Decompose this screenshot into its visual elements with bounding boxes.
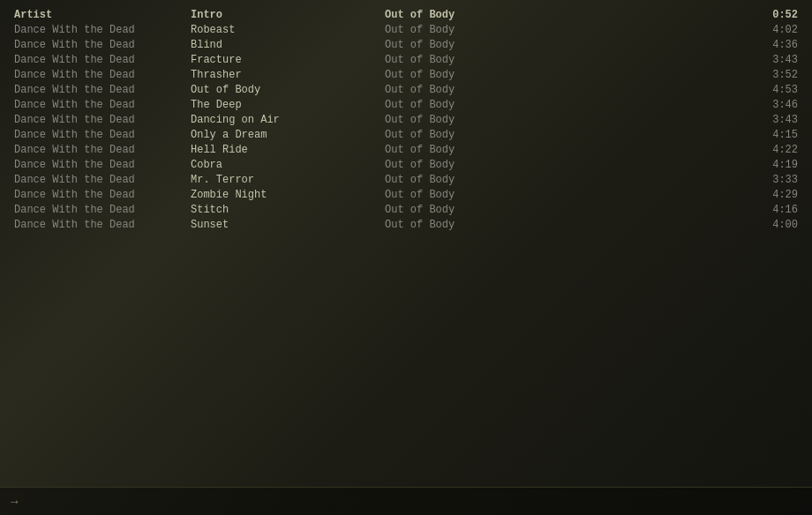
- track-list-header: Artist Intro Out of Body 0:52: [0, 7, 812, 22]
- track-artist: Dance With the Dead: [14, 189, 191, 201]
- track-duration: 3:43: [745, 54, 798, 66]
- table-row[interactable]: Dance With the DeadRobeastOut of Body4:0…: [0, 22, 812, 37]
- track-title: Robeast: [191, 24, 385, 36]
- track-duration: 4:16: [745, 204, 798, 216]
- table-row[interactable]: Dance With the DeadCobraOut of Body4:19: [0, 157, 812, 172]
- track-title: Blind: [191, 39, 385, 51]
- header-title: Intro: [191, 9, 385, 21]
- track-title: Hell Ride: [191, 144, 385, 156]
- track-duration: 3:46: [745, 99, 798, 111]
- track-title: Mr. Terror: [191, 174, 385, 186]
- track-artist: Dance With the Dead: [14, 69, 191, 81]
- arrow-icon: →: [11, 495, 18, 509]
- track-title: Thrasher: [191, 69, 385, 81]
- track-duration: 3:43: [745, 114, 798, 126]
- track-title: Cobra: [191, 159, 385, 171]
- table-row[interactable]: Dance With the DeadMr. TerrorOut of Body…: [0, 172, 812, 187]
- table-row[interactable]: Dance With the DeadThe DeepOut of Body3:…: [0, 97, 812, 112]
- track-duration: 3:52: [745, 69, 798, 81]
- track-title: Only a Dream: [191, 129, 385, 141]
- table-row[interactable]: Dance With the DeadStitchOut of Body4:16: [0, 202, 812, 217]
- track-artist: Dance With the Dead: [14, 54, 191, 66]
- track-album: Out of Body: [385, 114, 745, 126]
- track-duration: 4:29: [745, 189, 798, 201]
- track-album: Out of Body: [385, 84, 745, 96]
- header-album: Out of Body: [385, 9, 745, 21]
- track-album: Out of Body: [385, 219, 745, 231]
- bottom-bar: →: [0, 487, 812, 515]
- track-artist: Dance With the Dead: [14, 99, 191, 111]
- track-duration: 4:15: [745, 129, 798, 141]
- track-duration: 4:53: [745, 84, 798, 96]
- track-album: Out of Body: [385, 54, 745, 66]
- track-title: Dancing on Air: [191, 114, 385, 126]
- track-list: Artist Intro Out of Body 0:52 Dance With…: [0, 0, 812, 239]
- track-album: Out of Body: [385, 39, 745, 51]
- table-row[interactable]: Dance With the DeadDancing on AirOut of …: [0, 112, 812, 127]
- header-duration: 0:52: [745, 9, 798, 21]
- table-row[interactable]: Dance With the DeadFractureOut of Body3:…: [0, 52, 812, 67]
- track-artist: Dance With the Dead: [14, 129, 191, 141]
- track-duration: 3:33: [745, 174, 798, 186]
- track-album: Out of Body: [385, 204, 745, 216]
- table-row[interactable]: Dance With the DeadThrasherOut of Body3:…: [0, 67, 812, 82]
- table-row[interactable]: Dance With the DeadOnly a DreamOut of Bo…: [0, 127, 812, 142]
- track-duration: 4:19: [745, 159, 798, 171]
- track-artist: Dance With the Dead: [14, 114, 191, 126]
- track-duration: 4:00: [745, 219, 798, 231]
- track-title: Zombie Night: [191, 189, 385, 201]
- track-artist: Dance With the Dead: [14, 84, 191, 96]
- table-row[interactable]: Dance With the DeadHell RideOut of Body4…: [0, 142, 812, 157]
- track-title: The Deep: [191, 99, 385, 111]
- track-artist: Dance With the Dead: [14, 24, 191, 36]
- header-artist: Artist: [14, 9, 191, 21]
- track-album: Out of Body: [385, 144, 745, 156]
- track-title: Out of Body: [191, 84, 385, 96]
- track-duration: 4:36: [745, 39, 798, 51]
- table-row[interactable]: Dance With the DeadOut of BodyOut of Bod…: [0, 82, 812, 97]
- track-artist: Dance With the Dead: [14, 204, 191, 216]
- table-row[interactable]: Dance With the DeadBlindOut of Body4:36: [0, 37, 812, 52]
- track-album: Out of Body: [385, 159, 745, 171]
- track-title: Stitch: [191, 204, 385, 216]
- track-artist: Dance With the Dead: [14, 174, 191, 186]
- track-duration: 4:22: [745, 144, 798, 156]
- track-artist: Dance With the Dead: [14, 39, 191, 51]
- track-artist: Dance With the Dead: [14, 219, 191, 231]
- table-row[interactable]: Dance With the DeadSunsetOut of Body4:00: [0, 217, 812, 232]
- track-title: Sunset: [191, 219, 385, 231]
- track-album: Out of Body: [385, 129, 745, 141]
- track-album: Out of Body: [385, 189, 745, 201]
- table-row[interactable]: Dance With the DeadZombie NightOut of Bo…: [0, 187, 812, 202]
- track-title: Fracture: [191, 54, 385, 66]
- track-album: Out of Body: [385, 99, 745, 111]
- track-duration: 4:02: [745, 24, 798, 36]
- track-artist: Dance With the Dead: [14, 144, 191, 156]
- track-album: Out of Body: [385, 69, 745, 81]
- track-album: Out of Body: [385, 24, 745, 36]
- track-artist: Dance With the Dead: [14, 159, 191, 171]
- track-album: Out of Body: [385, 174, 745, 186]
